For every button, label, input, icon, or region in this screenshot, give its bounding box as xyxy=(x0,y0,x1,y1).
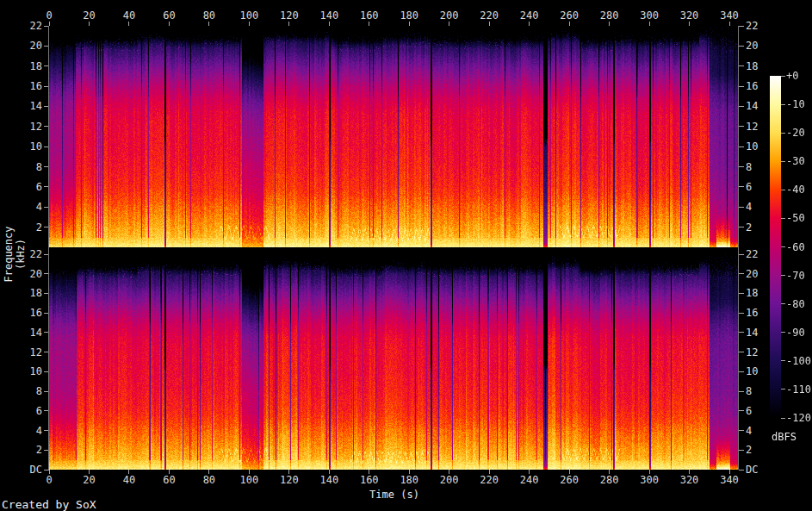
colorbar-tick-label: -90 xyxy=(786,327,805,339)
colorbar-tick-mark xyxy=(781,161,785,162)
time-tick-label: 180 xyxy=(387,475,431,486)
freq-tick-mark xyxy=(739,313,744,314)
time-tick-label: 80 xyxy=(188,10,231,22)
time-tick-label: 320 xyxy=(668,10,711,22)
freq-tick-label: 6 xyxy=(1,182,42,193)
freq-tick-mark xyxy=(739,126,744,127)
freq-tick-label: 18 xyxy=(1,288,42,299)
time-tick-label: 140 xyxy=(307,10,350,22)
freq-tick-label: 10 xyxy=(1,366,42,377)
credit-text: Created by SoX xyxy=(2,498,96,511)
freq-tick-label: 2 xyxy=(1,445,42,456)
freq-tick-label: 10 xyxy=(1,141,42,153)
freq-tick-label: 4 xyxy=(1,202,42,213)
freq-tick-mark xyxy=(739,450,744,451)
freq-tick-mark xyxy=(739,273,744,274)
freq-tick-label: 22 xyxy=(1,21,42,32)
freq-tick-mark xyxy=(739,146,744,147)
colorbar-tick-label: -80 xyxy=(786,299,805,310)
colorbar-tick-label: -120 xyxy=(786,413,811,424)
right-axis-line xyxy=(738,26,739,470)
freq-tick-mark xyxy=(739,86,744,87)
time-tick-label: 260 xyxy=(548,10,591,22)
colorbar-tick-mark xyxy=(781,133,785,134)
time-tick-label: 80 xyxy=(188,475,231,486)
time-tick-label: 20 xyxy=(67,10,110,22)
freq-tick-mark xyxy=(739,106,744,107)
colorbar-tick-label: -70 xyxy=(786,271,805,282)
colorbar-tick-mark xyxy=(781,218,785,219)
colorbar-tick-mark xyxy=(781,303,785,304)
spectrogram-channel-2 xyxy=(49,254,738,470)
freq-tick-label: 20 xyxy=(746,41,780,52)
time-tick-label: 160 xyxy=(348,10,391,22)
time-tick-label: 60 xyxy=(147,475,190,486)
colorbar-tick-label: -30 xyxy=(786,156,805,167)
time-tick-label: 120 xyxy=(268,475,311,486)
time-tick-label: 40 xyxy=(108,10,151,22)
freq-tick-label: 14 xyxy=(1,101,42,112)
colorbar-tick-mark xyxy=(781,418,785,419)
colorbar-tick-label: -20 xyxy=(786,128,805,139)
time-tick-label: 300 xyxy=(628,10,671,22)
freq-tick-label: 16 xyxy=(1,81,42,92)
freq-tick-label: 2 xyxy=(1,222,42,234)
colorbar-tick-label: -50 xyxy=(786,213,805,224)
freq-tick-mark xyxy=(739,430,744,431)
colorbar-unit-label: dBFS xyxy=(772,431,801,443)
freq-tick-label: 12 xyxy=(1,122,42,133)
time-tick-label: 280 xyxy=(588,475,631,486)
time-tick-label: 340 xyxy=(708,475,751,486)
time-tick-label: 220 xyxy=(468,10,511,22)
colorbar-tick-label: +0 xyxy=(786,71,798,82)
colorbar-tick-mark xyxy=(781,332,785,333)
freq-tick-mark xyxy=(739,410,744,411)
time-tick-label: 180 xyxy=(387,10,431,22)
freq-tick-mark xyxy=(739,254,744,255)
time-tick-label: 260 xyxy=(548,475,591,486)
freq-tick-mark xyxy=(739,46,744,47)
freq-tick-mark xyxy=(739,207,744,208)
time-tick-label: 60 xyxy=(147,10,190,22)
colorbar-tick-mark xyxy=(781,389,785,389)
freq-tick-mark xyxy=(739,470,744,470)
colorbar-tick-label: -40 xyxy=(786,184,805,196)
time-tick-label: 120 xyxy=(268,10,311,22)
colorbar-gradient xyxy=(770,76,781,418)
freq-tick-mark xyxy=(739,352,744,352)
colorbar-tick-label: -60 xyxy=(786,242,805,253)
freq-tick-label: 16 xyxy=(1,308,42,319)
colorbar-tick-label: -100 xyxy=(786,356,811,367)
spectrogram-channel-1 xyxy=(49,26,738,247)
colorbar-tick-mark xyxy=(781,275,785,276)
colorbar-tick-mark xyxy=(781,246,785,247)
freq-tick-label: 12 xyxy=(1,347,42,358)
time-tick-label: 20 xyxy=(67,475,110,486)
freq-tick-label: 4 xyxy=(1,426,42,437)
freq-tick-label: 6 xyxy=(1,406,42,417)
colorbar-tick-mark xyxy=(781,190,785,190)
freq-tick-mark xyxy=(739,65,744,66)
time-tick-label: 140 xyxy=(307,475,350,486)
time-tick-label: 300 xyxy=(628,475,671,486)
left-axis-line xyxy=(48,26,49,470)
colorbar-tick-mark xyxy=(781,360,785,361)
time-tick-label: 100 xyxy=(227,475,270,486)
time-tick-label: 200 xyxy=(428,475,471,486)
time-tick-label: 40 xyxy=(108,475,151,486)
freq-tick-label: 14 xyxy=(1,327,42,339)
time-tick-label: 240 xyxy=(508,10,551,22)
freq-tick-mark xyxy=(739,371,744,372)
time-tick-label: 240 xyxy=(508,475,551,486)
freq-tick-label: 20 xyxy=(1,269,42,280)
freq-tick-mark xyxy=(739,391,744,392)
colorbar-tick-label: -110 xyxy=(786,384,811,396)
time-tick-label: 0 xyxy=(28,475,71,486)
freq-tick-mark xyxy=(739,227,744,227)
time-tick-label: 320 xyxy=(668,475,711,486)
freq-tick-label: 8 xyxy=(1,162,42,173)
freq-tick-label: 18 xyxy=(1,61,42,72)
spectrogram-window: Frequency (kHz) 002020404060608080100100… xyxy=(0,0,812,511)
freq-tick-mark xyxy=(739,293,744,294)
freq-tick-label: 2 xyxy=(746,445,780,456)
